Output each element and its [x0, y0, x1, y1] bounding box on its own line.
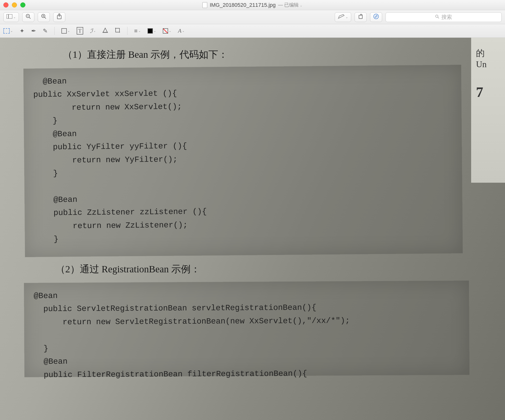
pen-icon: ✒	[31, 28, 36, 34]
fill-color-tool[interactable]	[148, 28, 156, 34]
margin-page-number: 7	[476, 84, 500, 101]
zoom-out-button[interactable]	[22, 12, 34, 22]
selection-tool[interactable]	[3, 28, 13, 34]
sidebar-icon	[7, 14, 12, 20]
adjust-size-tool[interactable]	[115, 27, 120, 35]
edited-status: — 已编辑	[278, 2, 303, 8]
filename-label: IMG_20180520_211715.jpg	[210, 2, 276, 8]
line-style-tool[interactable]: ≡	[134, 28, 141, 34]
photo-content: （1）直接注册 Bean 示例，代码如下： @Bean public XxSer…	[0, 38, 505, 420]
svg-line-6	[45, 17, 46, 19]
wand-icon: ✦	[20, 28, 24, 34]
draw-tool[interactable]: ✎	[43, 28, 48, 34]
zoom-in-button[interactable]	[38, 12, 50, 22]
sign-tool[interactable]: ℐ	[90, 28, 96, 34]
svg-rect-11	[359, 15, 362, 19]
lines-icon: ≡	[134, 28, 138, 34]
margin-text-1: 的	[476, 47, 500, 59]
sidebar-toggle-button[interactable]	[3, 12, 19, 22]
shape-icon	[61, 28, 67, 34]
share-icon	[57, 14, 62, 21]
main-toolbar: 搜索	[0, 10, 505, 24]
sketch-tool[interactable]: ✒	[31, 28, 36, 34]
rotate-icon	[358, 14, 363, 20]
document-icon	[202, 2, 207, 8]
pencil-icon: ✎	[43, 28, 48, 34]
selection-icon	[3, 28, 10, 34]
font-style-tool[interactable]: A	[178, 28, 185, 34]
markup-pen-icon	[338, 14, 345, 20]
code-block-2: @Bean public ServletRegistrationBean ser…	[24, 281, 469, 377]
search-placeholder: 搜索	[441, 14, 452, 21]
svg-point-12	[374, 14, 379, 19]
toolbar-divider	[54, 27, 55, 35]
highlight-tool[interactable]	[103, 28, 108, 34]
search-input[interactable]: 搜索	[386, 12, 502, 22]
window-title[interactable]: IMG_20180520_211715.jpg — 已编辑	[202, 2, 303, 8]
font-icon: A	[178, 28, 182, 34]
instant-alpha-tool[interactable]: ✦	[20, 28, 24, 34]
margin-text-2: Un	[476, 59, 500, 69]
signature-icon: ℐ	[90, 28, 93, 34]
edit-mode-button[interactable]	[370, 12, 382, 22]
svg-line-14	[438, 17, 439, 18]
toolbar-divider-2	[127, 27, 127, 35]
section-heading-2: （2）通过 RegistrationBean 示例：	[56, 262, 200, 276]
border-icon	[163, 28, 168, 34]
traffic-lights	[3, 2, 25, 7]
edit-circle-icon	[373, 14, 379, 21]
crop-icon	[115, 27, 120, 35]
markup-toolbar: ✦ ✒ ✎ T ℐ ≡ A	[0, 24, 505, 38]
fill-icon	[148, 28, 153, 34]
close-button[interactable]	[3, 2, 8, 7]
section-heading-1: （1）直接注册 Bean 示例，代码如下：	[63, 48, 228, 61]
maximize-button[interactable]	[20, 2, 25, 7]
shapes-tool[interactable]	[61, 28, 70, 34]
highlight-icon	[103, 28, 108, 34]
svg-rect-0	[7, 14, 12, 19]
border-color-tool[interactable]	[163, 28, 171, 34]
minimize-button[interactable]	[12, 2, 17, 7]
text-tool[interactable]: T	[77, 27, 83, 35]
svg-point-13	[436, 15, 438, 17]
page-right-margin: 的 Un 7	[471, 38, 505, 183]
zoom-in-icon	[41, 14, 46, 20]
svg-line-3	[29, 17, 30, 19]
search-icon	[435, 14, 439, 20]
image-viewport[interactable]: （1）直接注册 Bean 示例，代码如下： @Bean public XxSer…	[0, 38, 505, 420]
markup-button[interactable]	[335, 12, 351, 22]
code-block-1: @Bean public XxServlet xxServlet (){ ret…	[23, 65, 463, 257]
text-icon: T	[77, 27, 83, 35]
rotate-button[interactable]	[355, 12, 367, 22]
zoom-out-icon	[26, 14, 31, 20]
share-button[interactable]	[53, 12, 65, 22]
window-titlebar: IMG_20180520_211715.jpg — 已编辑	[0, 0, 505, 10]
